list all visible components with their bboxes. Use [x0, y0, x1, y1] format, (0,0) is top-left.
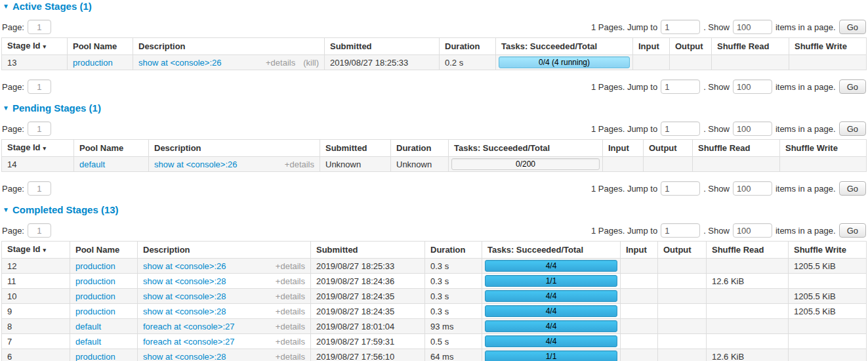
pool-link[interactable]: production [75, 352, 115, 361]
go-button[interactable]: Go [839, 121, 866, 136]
page-number-input[interactable] [28, 121, 51, 136]
column-header-input[interactable]: Input [633, 38, 670, 55]
jump-to-page-input[interactable] [661, 181, 700, 196]
column-header-shuffle-read[interactable]: Shuffle Read [707, 242, 789, 259]
cell-duration: 64 ms [425, 349, 482, 361]
description-meta: +details [276, 352, 305, 361]
details-toggle[interactable]: +details [276, 291, 305, 301]
column-header-stage-id[interactable]: Stage Id▾ [2, 242, 70, 259]
column-header-description[interactable]: Description [138, 242, 311, 259]
show-items-input[interactable] [733, 79, 772, 94]
details-toggle[interactable]: +details [276, 276, 305, 286]
page-number-input[interactable] [28, 79, 51, 94]
cell-stage-id: 10 [2, 289, 70, 304]
stage-description-link[interactable]: foreach at <console>:27 [143, 337, 235, 347]
show-items-input[interactable] [733, 121, 772, 136]
column-header-duration[interactable]: Duration [440, 38, 496, 55]
jump-to-page-input[interactable] [661, 121, 700, 136]
details-toggle[interactable]: +details [276, 261, 305, 271]
column-header-submitted[interactable]: Submitted [311, 242, 425, 259]
stage-description-link[interactable]: foreach at <console>:27 [143, 322, 235, 331]
column-header-label: Pool Name [73, 41, 117, 51]
details-toggle[interactable]: +details [266, 58, 295, 68]
go-button[interactable]: Go [839, 79, 866, 94]
pool-link[interactable]: default [79, 159, 105, 169]
jump-to-page-input[interactable] [661, 79, 700, 94]
column-header-pool-name[interactable]: Pool Name [68, 38, 133, 55]
cell-duration: 0.3 s [425, 259, 482, 274]
pending-stages-header[interactable]: ▼ Pending Stages (1) [3, 102, 865, 114]
column-header-description[interactable]: Description [149, 140, 320, 157]
kill-link[interactable]: (kill) [303, 58, 319, 68]
details-toggle[interactable]: +details [285, 159, 314, 169]
pool-link[interactable]: production [75, 291, 115, 301]
go-button[interactable]: Go [839, 181, 866, 196]
go-button[interactable]: Go [839, 20, 866, 34]
stage-description-link[interactable]: show at <console>:28 [143, 352, 226, 361]
pages-count-text: 1 Pages. Jump to [591, 82, 657, 92]
page-number-input[interactable] [28, 181, 51, 196]
stage-description-link[interactable]: show at <console>:26 [138, 58, 221, 68]
column-header-tasks-succeeded-total[interactable]: Tasks: Succeeded/Total [449, 140, 603, 157]
show-items-input[interactable] [733, 181, 772, 196]
go-button[interactable]: Go [839, 223, 866, 238]
column-header-stage-id[interactable]: Stage Id▾ [2, 38, 68, 55]
pool-link[interactable]: default [75, 322, 101, 331]
jump-to-page-input[interactable] [661, 223, 700, 238]
tasks-progress-label: 0/200 [516, 159, 535, 169]
cell-input [621, 289, 658, 304]
show-items-input[interactable] [733, 223, 772, 238]
column-header-input[interactable]: Input [621, 242, 658, 259]
column-header-submitted[interactable]: Submitted [320, 140, 391, 157]
column-header-tasks-succeeded-total[interactable]: Tasks: Succeeded/Total [482, 242, 621, 259]
column-header-submitted[interactable]: Submitted [325, 38, 440, 55]
stage-row: 6productionshow at <console>:28+details2… [2, 349, 867, 361]
pool-link[interactable]: default [75, 337, 101, 347]
column-header-output[interactable]: Output [644, 140, 693, 157]
tasks-progress-label: 4/4 [546, 337, 557, 346]
stage-description-link[interactable]: show at <console>:28 [143, 307, 226, 316]
column-header-stage-id[interactable]: Stage Id▾ [2, 140, 74, 157]
stage-description-link[interactable]: show at <console>:26 [154, 159, 237, 169]
pool-link[interactable]: production [75, 261, 115, 271]
column-header-duration[interactable]: Duration [391, 140, 449, 157]
active-stages-header[interactable]: ▼ Active Stages (1) [3, 1, 865, 12]
column-header-description[interactable]: Description [133, 38, 325, 55]
jump-to-page-input[interactable] [661, 20, 700, 34]
cell-output [670, 55, 712, 70]
page-number-input[interactable] [28, 223, 51, 238]
column-header-duration[interactable]: Duration [425, 242, 482, 259]
stage-description-link[interactable]: show at <console>:26 [143, 261, 226, 271]
column-header-pool-name[interactable]: Pool Name [70, 242, 138, 259]
section-title-text: Active Stages (1) [12, 1, 92, 12]
stage-description-link[interactable]: show at <console>:28 [143, 276, 226, 286]
column-header-input[interactable]: Input [603, 140, 644, 157]
pool-link[interactable]: production [73, 58, 113, 68]
cell-input [621, 334, 658, 349]
cell-stage-id: 8 [2, 319, 70, 334]
cell-pool-name: production [70, 304, 138, 319]
column-header-shuffle-write[interactable]: Shuffle Write [789, 38, 867, 55]
tasks-progress-bar: 4/4 [485, 305, 617, 317]
details-toggle[interactable]: +details [276, 307, 305, 316]
column-header-output[interactable]: Output [670, 38, 712, 55]
pool-link[interactable]: production [75, 307, 115, 316]
column-header-shuffle-write[interactable]: Shuffle Write [780, 140, 867, 157]
details-toggle[interactable]: +details [276, 352, 305, 361]
stage-description-link[interactable]: show at <console>:28 [143, 291, 226, 301]
pool-link[interactable]: production [75, 276, 115, 286]
show-items-input[interactable] [733, 20, 772, 34]
column-header-shuffle-read[interactable]: Shuffle Read [693, 140, 780, 157]
column-header-pool-name[interactable]: Pool Name [74, 140, 149, 157]
details-toggle[interactable]: +details [276, 322, 305, 331]
details-toggle[interactable]: +details [276, 337, 305, 347]
page-number-input[interactable] [28, 20, 51, 34]
column-header-label: Description [143, 245, 190, 255]
column-header-tasks-succeeded-total[interactable]: Tasks: Succeeded/Total [496, 38, 633, 55]
cell-description: foreach at <console>:27+details [138, 319, 311, 334]
completed-stages-header[interactable]: ▼ Completed Stages (13) [3, 204, 865, 215]
column-header-label: Pool Name [79, 143, 123, 153]
column-header-output[interactable]: Output [658, 242, 707, 259]
column-header-shuffle-read[interactable]: Shuffle Read [712, 38, 789, 55]
column-header-shuffle-write[interactable]: Shuffle Write [789, 242, 867, 259]
